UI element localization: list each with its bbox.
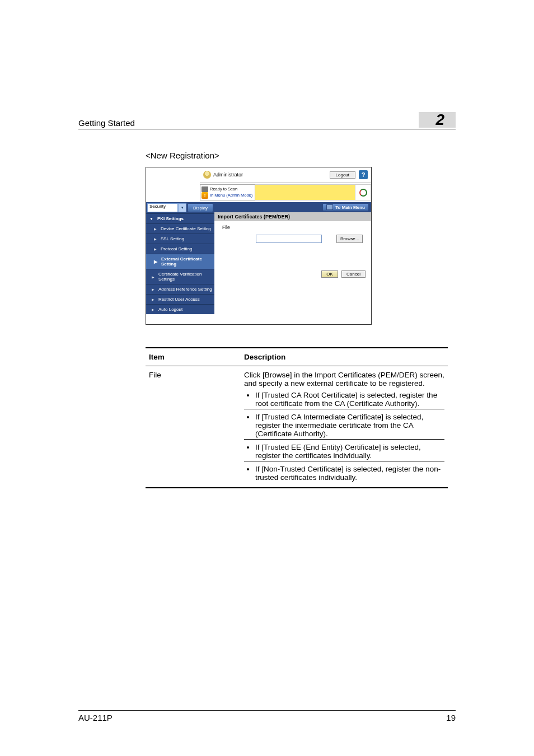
section-subheading: <New Registration> [146, 151, 456, 160]
page-header-title: Getting Started [78, 118, 135, 128]
sidebar-item-restrict-user-access[interactable]: Restrict User Access [146, 294, 214, 304]
table-header-item: Item [146, 348, 241, 366]
sidebar-item-external-certificate[interactable]: ▶ External Certificate Setting [146, 254, 214, 269]
display-button[interactable]: Display [188, 203, 213, 212]
footer-page-number: 19 [446, 713, 456, 722]
file-path-input[interactable] [256, 235, 322, 243]
sidebar-item-address-reference[interactable]: Address Reference Setting [146, 284, 214, 294]
warning-icon: ! [202, 192, 208, 199]
footer-model: AU-211P [78, 713, 113, 722]
sidebar-item-label: SSL Setting [161, 236, 184, 241]
table-bullet: If [Trusted EE (End Entity) Certificate]… [255, 443, 444, 460]
table-bullet: If [Non-Trusted Certificate] is selected… [255, 465, 444, 482]
device-logo-area [146, 167, 200, 202]
admin-screenshot: Administrator Logout ? Ready to Scan [146, 167, 372, 325]
sidebar-category-select[interactable]: Security [147, 203, 178, 212]
file-field-label: File [222, 225, 366, 230]
chevron-down-icon[interactable]: ▾ [178, 203, 186, 212]
mode-banner [255, 184, 355, 200]
sidebar-item-label: Protocol Setting [161, 246, 192, 251]
sidebar-item-label: Auto Logout [158, 307, 182, 312]
user-icon [203, 171, 211, 179]
home-icon [326, 204, 333, 210]
refresh-icon[interactable] [359, 189, 367, 197]
table-cell-item: File [146, 366, 241, 487]
admin-role-label: Administrator [213, 172, 243, 178]
printer-icon [202, 186, 208, 192]
sidebar-item-ssl-setting[interactable]: SSL Setting [146, 234, 214, 244]
sidebar-item-label: PKI Settings [157, 216, 184, 221]
sidebar-item-device-certificate[interactable]: Device Certificate Setting [146, 223, 214, 234]
status-mode-label: In Menu (Admin Mode) [210, 193, 252, 198]
status-ready-label: Ready to Scan [210, 186, 237, 192]
sidebar-item-label: Address Reference Setting [158, 287, 212, 292]
sidebar-item-label: Restrict User Access [158, 297, 200, 302]
browse-button[interactable]: Browse... [336, 235, 363, 243]
cancel-button[interactable]: Cancel [341, 270, 366, 278]
table-bullet: If [Trusted CA Root Certificate] is sele… [255, 391, 444, 408]
description-table: Item Description File Click [Browse] in … [146, 347, 448, 488]
sidebar-item-label: Device Certificate Setting [161, 226, 211, 231]
to-main-menu-label: To Main Menu [335, 205, 365, 210]
panel-title: Import Certificates (PEM/DER) [214, 212, 371, 221]
sidebar-item-auto-logout[interactable]: Auto Logout [146, 304, 214, 314]
device-status-box: Ready to Scan ! In Menu (Admin Mode) [200, 184, 255, 200]
ok-button[interactable]: OK [321, 270, 338, 278]
sidebar-item-certificate-verification[interactable]: Certificate Verification Settings [146, 269, 214, 284]
sidebar-item-label: Certificate Verification Settings [158, 272, 212, 282]
to-main-menu-button[interactable]: To Main Menu [322, 203, 369, 211]
table-header-description: Description [241, 348, 448, 366]
sidebar-item-protocol-setting[interactable]: Protocol Setting [146, 244, 214, 254]
chapter-number-badge: 2 [419, 112, 456, 128]
logout-button[interactable]: Logout [330, 171, 355, 179]
sidebar-item-label: External Certificate Setting [161, 256, 212, 267]
help-icon[interactable]: ? [359, 170, 368, 179]
sidebar-item-pki-settings[interactable]: PKI Settings [146, 213, 214, 223]
table-bullet: If [Trusted CA Intermediate Certificate]… [255, 413, 444, 438]
table-intro-text: Click [Browse] in the Import Certificate… [244, 371, 444, 388]
